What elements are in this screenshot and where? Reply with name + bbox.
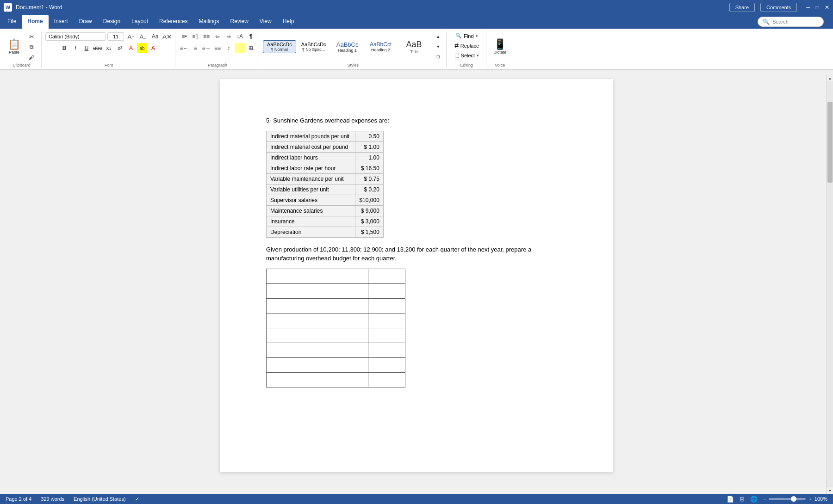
font-name-dropdown[interactable]: Calibri (Body) xyxy=(45,32,106,41)
share-button[interactable]: Share xyxy=(729,3,755,12)
minimize-button[interactable]: ─ xyxy=(806,4,810,11)
paste-icon: 📋 xyxy=(8,39,20,49)
font-selector-row: Calibri (Body) 11 A↑ A↓ Aa A✕ xyxy=(45,31,172,42)
styles-scroll-up[interactable]: ▲ xyxy=(433,31,443,42)
replace-icon: ⇄ xyxy=(454,43,459,49)
cut-icon: ✂ xyxy=(29,33,34,40)
style-heading2[interactable]: AaBbCct Heading 2 xyxy=(365,40,397,54)
style-title[interactable]: AaB Title xyxy=(398,38,430,55)
bullets-button[interactable]: ≡• xyxy=(179,31,189,42)
styles-scroll-down[interactable]: ▼ xyxy=(433,42,443,52)
superscript-button[interactable]: x² xyxy=(115,43,125,53)
tab-review[interactable]: Review xyxy=(225,15,254,29)
vertical-scrollbar[interactable]: ▲ ▼ xyxy=(827,75,833,481)
strikethrough-button[interactable]: abc xyxy=(93,43,103,53)
dictate-icon: 📱 xyxy=(494,39,506,49)
format-painter-icon: 🖌 xyxy=(29,54,34,61)
budget-row xyxy=(267,343,405,357)
font-shrink-button[interactable]: A↓ xyxy=(138,31,148,42)
select-button[interactable]: ⬚ Select ▾ xyxy=(450,51,484,60)
overhead-table: Indirect material pounds per unit0.50Ind… xyxy=(266,131,384,238)
sort-button[interactable]: ↕A xyxy=(235,31,245,42)
decrease-indent-button[interactable]: ⇐ xyxy=(212,31,223,42)
style-normal[interactable]: AaBbCcDc ¶ Normal xyxy=(263,40,296,53)
budget-row xyxy=(267,269,405,283)
ribbon-tabs: File Home Insert Draw Design Layout Refe… xyxy=(0,15,833,29)
document-title: Document1 - Word xyxy=(16,4,62,11)
styles-expand[interactable]: ⊡ xyxy=(433,52,443,62)
copy-button[interactable]: ⧉ xyxy=(25,43,38,52)
overhead-row: Maintenance salaries$ 9,000 xyxy=(267,205,384,216)
overhead-row: Depreciation$ 1,500 xyxy=(267,227,384,237)
align-left-button[interactable]: ≡← xyxy=(179,43,189,53)
tab-references[interactable]: References xyxy=(154,15,193,29)
numbering-button[interactable]: ≡1 xyxy=(190,31,200,42)
tab-draw[interactable]: Draw xyxy=(74,15,98,29)
copy-icon: ⧉ xyxy=(30,44,34,50)
scroll-track[interactable] xyxy=(827,81,833,481)
line-spacing-button[interactable]: ↕ xyxy=(224,43,234,53)
select-icon: ⬚ xyxy=(454,52,459,58)
document-area[interactable]: 5- Sunshine Gardens overhead expenses ar… xyxy=(0,70,833,481)
font-grow-button[interactable]: A↑ xyxy=(126,31,136,42)
font-color-button[interactable]: A xyxy=(126,43,136,53)
budget-row xyxy=(267,328,405,343)
tab-mailings[interactable]: Mailings xyxy=(193,15,224,29)
cut-button[interactable]: ✂ xyxy=(25,32,38,42)
search-box[interactable]: 🔍 xyxy=(758,17,824,27)
justify-button[interactable]: ≡≡ xyxy=(212,43,223,53)
tab-help[interactable]: Help xyxy=(277,15,300,29)
budget-row xyxy=(267,298,405,313)
italic-button[interactable]: I xyxy=(70,43,81,53)
tab-view[interactable]: View xyxy=(254,15,277,29)
comments-button[interactable]: Comments xyxy=(760,3,797,12)
change-case-button[interactable]: Aa xyxy=(150,31,160,42)
budget-row xyxy=(267,357,405,372)
document-page[interactable]: 5- Sunshine Gardens overhead expenses ar… xyxy=(220,79,613,472)
scroll-thumb[interactable] xyxy=(827,102,833,183)
shading-button[interactable] xyxy=(235,43,245,53)
show-formatting-button[interactable]: ¶ xyxy=(246,31,256,42)
tab-file[interactable]: File xyxy=(2,15,22,29)
ribbon-group-editing: 🔍 Find ▾ ⇄ Replace ⬚ Select ▾ Editing xyxy=(448,31,487,68)
bold-button[interactable]: B xyxy=(59,43,69,53)
search-icon: 🔍 xyxy=(763,18,770,25)
tab-layout[interactable]: Layout xyxy=(126,15,154,29)
maximize-button[interactable]: □ xyxy=(816,4,819,11)
find-button[interactable]: 🔍 Find ▾ xyxy=(451,31,482,40)
overhead-row: Indirect material cost per pound$ 1.00 xyxy=(267,141,384,152)
scroll-up-button[interactable]: ▲ xyxy=(827,75,833,81)
borders-button[interactable]: ⊞ xyxy=(246,43,256,53)
style-no-spacing[interactable]: AaBbCcDc ¶ No Spac... xyxy=(297,40,330,53)
ribbon-group-font: Calibri (Body) 11 A↑ A↓ Aa A✕ B I U abc … xyxy=(43,31,175,68)
align-right-button[interactable]: ≡→ xyxy=(201,43,211,53)
tab-home[interactable]: Home xyxy=(22,15,48,29)
ribbon-group-voice: 📱 Dictate Voice xyxy=(487,31,512,68)
overhead-row: Variable utilities per unit$ 0.20 xyxy=(267,184,384,195)
dictate-button[interactable]: 📱 Dictate xyxy=(490,35,510,59)
tab-insert[interactable]: Insert xyxy=(49,15,74,29)
replace-button[interactable]: ⇄ Replace xyxy=(450,41,483,50)
multilevel-list-button[interactable]: ≡≡ xyxy=(201,31,211,42)
question-intro: 5- Sunshine Gardens overhead expenses ar… xyxy=(266,116,567,125)
budget-row xyxy=(267,313,405,328)
highlight-button[interactable]: ab xyxy=(137,43,147,53)
text-color-button[interactable]: A xyxy=(148,43,158,53)
increase-indent-button[interactable]: ⇒ xyxy=(224,31,234,42)
paste-button[interactable]: 📋 Paste xyxy=(5,35,24,59)
close-button[interactable]: ✕ xyxy=(825,4,829,11)
underline-button[interactable]: U xyxy=(81,43,92,53)
font-size-box[interactable]: 11 xyxy=(107,32,124,41)
style-heading1[interactable]: AaBbCc Heading 1 xyxy=(331,40,364,54)
overhead-row: Indirect labor rate per hour$ 16.50 xyxy=(267,163,384,173)
ribbon-group-clipboard: 📋 Paste ✂ ⧉ 🖌 Clipboard xyxy=(2,31,42,68)
search-input[interactable] xyxy=(772,19,819,25)
overhead-row: Indirect material pounds per unit0.50 xyxy=(267,131,384,141)
format-painter-button[interactable]: 🖌 xyxy=(25,53,38,62)
tab-design[interactable]: Design xyxy=(98,15,126,29)
subscript-button[interactable]: x₂ xyxy=(104,43,114,53)
budget-table xyxy=(266,269,405,387)
clear-format-button[interactable]: A✕ xyxy=(162,31,172,42)
ribbon: 📋 Paste ✂ ⧉ 🖌 Clipboard xyxy=(0,29,833,70)
align-center-button[interactable]: ≡ xyxy=(190,43,200,53)
